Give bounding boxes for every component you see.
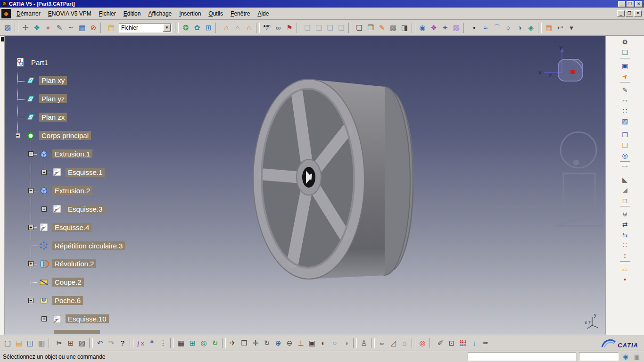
grid-icon[interactable]: ▦ bbox=[543, 22, 554, 33]
menu-aide[interactable]: Aide bbox=[254, 8, 272, 19]
multi-view-icon[interactable]: ❒ bbox=[239, 337, 250, 349]
render-style-icon[interactable]: ◐ bbox=[318, 337, 329, 349]
toolbar-separator[interactable] bbox=[353, 338, 357, 348]
status-box-icon[interactable]: ▣ bbox=[633, 353, 641, 361]
toolbar-separator[interactable] bbox=[49, 338, 52, 348]
grid-table-icon[interactable]: ▦ bbox=[175, 337, 187, 349]
sphere-icon[interactable]: ◉ bbox=[417, 22, 428, 33]
lod-icon[interactable]: ✦ bbox=[439, 22, 451, 33]
toolbar-separator[interactable] bbox=[89, 338, 93, 348]
more-dots-icon[interactable]: ⋮ bbox=[157, 337, 169, 349]
tree-item-label[interactable]: Poche.6 bbox=[52, 296, 83, 305]
tree-item-label[interactable]: Coupe.2 bbox=[52, 278, 84, 287]
toolbar-separator[interactable] bbox=[412, 23, 415, 33]
toolbar-separator[interactable] bbox=[538, 23, 542, 33]
update-icon[interactable]: ❂ bbox=[180, 22, 191, 33]
redo-icon[interactable]: ↷ bbox=[106, 337, 117, 349]
open-icon[interactable]: ▤ bbox=[13, 337, 25, 349]
toolbar-separator[interactable] bbox=[463, 23, 467, 33]
scale-tool-icon[interactable]: ↕ bbox=[619, 250, 631, 261]
compass-anchor[interactable] bbox=[570, 70, 575, 74]
menu-fen-tre[interactable]: Fenêtre bbox=[227, 8, 254, 19]
arc-icon[interactable]: ⌒ bbox=[491, 22, 503, 33]
menu-insertion[interactable]: Insertion bbox=[175, 8, 205, 19]
toolbar-separator[interactable] bbox=[620, 127, 630, 129]
points-pattern-icon[interactable]: ∷ bbox=[619, 106, 631, 116]
sketcher-icon[interactable]: ✎ bbox=[619, 85, 631, 95]
toolbar-separator[interactable] bbox=[175, 23, 179, 33]
tree-item-plan-yz[interactable]: Plan yz bbox=[25, 92, 67, 106]
toolbar-separator[interactable] bbox=[100, 23, 104, 33]
conic-icon[interactable]: ◑ bbox=[514, 22, 525, 33]
more-chevron-icon[interactable]: ▾ bbox=[566, 22, 577, 33]
swatch-icon[interactable]: ▨ bbox=[451, 22, 462, 33]
cut-icon[interactable]: ✂ bbox=[54, 337, 65, 349]
window-icon[interactable]: ❏ bbox=[354, 22, 365, 33]
toolbar-separator[interactable] bbox=[620, 58, 630, 60]
circle-icon[interactable]: ○ bbox=[503, 22, 514, 33]
measure-between-icon[interactable]: ⇔ bbox=[376, 337, 388, 349]
combo-dropdown-button[interactable]: ▼ bbox=[163, 24, 171, 32]
tree-expander-plus[interactable]: + bbox=[41, 316, 47, 321]
swap-visible-icon[interactable]: ◑ bbox=[340, 337, 352, 349]
zoom-area-icon[interactable]: ⊡ bbox=[446, 337, 457, 349]
tree-item-label[interactable]: Révolution.2 bbox=[52, 259, 96, 268]
menu-outils[interactable]: Outils bbox=[205, 8, 227, 19]
toolbar-separator[interactable] bbox=[620, 82, 630, 84]
plane-tool-icon[interactable]: ▱ bbox=[619, 264, 631, 274]
comment-icon[interactable]: ❝ bbox=[146, 337, 157, 349]
pen-icon[interactable]: ✎ bbox=[54, 22, 65, 33]
menu-fichier[interactable]: Fichier bbox=[95, 8, 120, 19]
whats-this-icon[interactable]: ? bbox=[117, 337, 128, 349]
tree-expander-plus[interactable]: + bbox=[41, 206, 47, 212]
tree-item-label[interactable]: Esquisse.10 bbox=[66, 314, 109, 323]
tree-item-label[interactable]: Plan yz bbox=[39, 94, 67, 103]
shell-tool-icon[interactable]: ◻ bbox=[619, 195, 631, 206]
orientation-compass[interactable]: y x z bbox=[538, 43, 583, 81]
tree-item-extrusion-2[interactable]: Extrusion.2 bbox=[39, 183, 92, 197]
close-button[interactable]: ✕ bbox=[635, 1, 643, 7]
annotate-icon[interactable]: ✐ bbox=[435, 337, 446, 349]
frame-icon-4[interactable]: ❏ bbox=[336, 22, 347, 33]
toolbar-separator[interactable] bbox=[620, 206, 630, 208]
sketch-ruler-icon[interactable]: ✏ bbox=[480, 337, 491, 349]
chamfer-tool-icon[interactable]: ◣ bbox=[619, 174, 631, 185]
tree-item-label[interactable]: Corps principal bbox=[39, 131, 91, 140]
tree-expander-plus[interactable]: + bbox=[41, 170, 47, 175]
toolbar-separator[interactable] bbox=[620, 161, 630, 164]
toolbar-separator[interactable] bbox=[130, 338, 133, 348]
sphere-measure-icon[interactable]: ◎ bbox=[198, 337, 209, 349]
tree-expander-plus[interactable]: + bbox=[28, 261, 33, 266]
window-tools-icon[interactable]: ▣ bbox=[619, 61, 631, 71]
catalog-icon-3[interactable]: ⌂ bbox=[243, 22, 255, 33]
tree-item-extrusion-1[interactable]: Extrusion.1 bbox=[39, 147, 92, 161]
tree-item-label[interactable]: Esquisse.3 bbox=[66, 205, 105, 214]
tree-item-r-volution-2[interactable]: Révolution.2 bbox=[39, 257, 96, 271]
structure-table-icon[interactable]: ▦ bbox=[76, 22, 88, 33]
toolbar-separator[interactable] bbox=[429, 338, 433, 348]
formula-icon[interactable]: ƒx bbox=[135, 337, 146, 349]
manipulation-icon[interactable]: ❖ bbox=[31, 22, 42, 33]
knowledge-icon[interactable]: ✿ bbox=[191, 22, 203, 33]
tree-item-label[interactable]: Plan zx bbox=[39, 113, 67, 122]
catia-app-icon[interactable]: ◆ bbox=[1, 9, 11, 18]
toolbar-separator[interactable] bbox=[371, 338, 375, 348]
tree-expander-minus[interactable]: − bbox=[28, 188, 33, 193]
tree-item-corps-principal[interactable]: Corps principal bbox=[25, 129, 91, 143]
tree-expander-minus[interactable]: − bbox=[28, 298, 33, 303]
no-show-icon[interactable]: ⊘ bbox=[88, 22, 99, 33]
manikin-icon[interactable]: ♙ bbox=[358, 337, 370, 349]
texture-icon[interactable]: ▩ bbox=[388, 22, 399, 33]
tree-item-poche-6[interactable]: Poche.6 bbox=[39, 294, 83, 308]
new-file-icon[interactable]: ▢ bbox=[2, 337, 13, 349]
menu-edition[interactable]: Edition bbox=[120, 8, 145, 19]
fillet-tool-icon[interactable]: ⌒ bbox=[619, 164, 631, 174]
catalog-icon-2[interactable]: ⌂ bbox=[232, 22, 243, 33]
diamond-icon[interactable]: ◈ bbox=[525, 22, 537, 33]
boolean-tool-icon[interactable]: ⊎ bbox=[619, 209, 631, 219]
catalog-browser-icon[interactable]: ◎ bbox=[417, 337, 428, 349]
restore-button[interactable]: ❐ bbox=[627, 1, 634, 7]
print-icon[interactable]: ▥ bbox=[36, 337, 47, 349]
mdi-minimize-button[interactable]: _ bbox=[617, 10, 625, 16]
mirror-tool-icon[interactable]: ⇆ bbox=[619, 230, 631, 240]
